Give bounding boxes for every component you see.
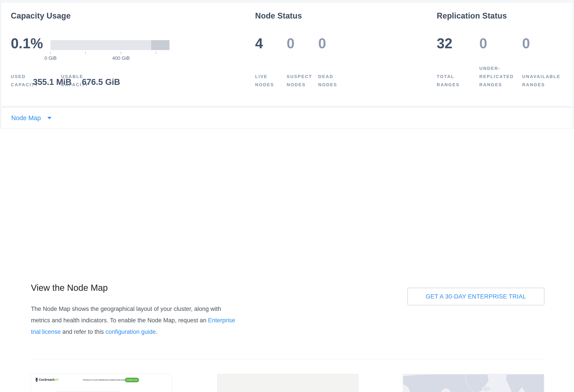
cluster-summary-panel: Capacity Usage 0.1% 0 GiB 400 GiB USED C… — [1, 2, 573, 106]
dead-nodes-label: DEAD NODES — [318, 73, 337, 89]
node-status-title: Node Status — [255, 11, 302, 20]
cluster-overview-page: Capacity Usage 0.1% 0 GiB 400 GiB USED C… — [0, 0, 574, 392]
usable-capacity-value: 676.5 GiB — [82, 77, 120, 87]
world-map — [403, 374, 544, 392]
live-nodes-count: 4 — [255, 36, 263, 51]
unavailable-ranges-count: 0 — [522, 36, 530, 51]
minisite-nav-resources: RESOURCES — [112, 379, 124, 381]
minisite-nav: PRODUCT CUSTOMERS DOCS RESOURCES BLOG — [83, 379, 124, 381]
replication-status-title: Replication Status — [437, 11, 507, 20]
under-replicated-ranges-count: 0 — [479, 36, 487, 51]
configuration-guide-link[interactable]: configuration guide — [105, 329, 156, 335]
page-title: View the Node Map — [31, 283, 108, 293]
enterprise-trial-license-link[interactable]: Enterprise — [208, 317, 235, 324]
capacity-usage-title: Capacity Usage — [11, 11, 71, 20]
enterprise-trial-license-link[interactable]: trial license — [31, 329, 61, 335]
axis-tick — [85, 52, 86, 54]
enterprise-trial-button[interactable]: GET A 30-DAY ENTERPRISE TRIAL — [407, 288, 544, 305]
axis-tick — [156, 52, 156, 54]
total-ranges-label: TOTAL RANGES — [437, 73, 460, 89]
unavailable-ranges-label: UNAVAILABLE RANGES — [522, 73, 560, 89]
suspect-nodes-count: 0 — [287, 36, 295, 51]
minisite-nav-docs: DOCS — [106, 379, 111, 381]
live-nodes-label: LIVE NODES — [255, 73, 274, 89]
sql-commands-panel: > SET CLUSTER SETTING CLUSTER.ORGANIZATI… — [217, 374, 358, 392]
capacity-bar-dark-segment — [151, 40, 169, 50]
chevron-down-icon — [47, 117, 51, 119]
axis-tick — [50, 52, 51, 54]
trial-registration-screenshot: Cockroach LABS PRODUCT CUSTOMERS DOCS RE… — [31, 374, 172, 392]
suspect-nodes-label: SUSPECT NODES — [287, 73, 312, 89]
node-map-preview: 1 geo=sfo 2 Nodes 9% CAPACITY 3.2 GiB 35… — [403, 374, 544, 392]
minisite-header: Cockroach LABS PRODUCT CUSTOMERS DOCS RE… — [31, 374, 172, 387]
minisite-nav-customers: CUSTOMERS — [93, 379, 106, 381]
axis-tick — [121, 52, 121, 54]
view-mode-selected-label[interactable]: Node Map — [11, 114, 41, 122]
capacity-usage-bar — [51, 40, 169, 50]
capacity-used-percent: 0.1% — [11, 36, 43, 51]
step-2-card: > SET CLUSTER SETTING CLUSTER.ORGANIZATI… — [217, 374, 359, 392]
minisite-brand-suffix: LABS — [52, 378, 59, 381]
axis-tick-label: 400 GiB — [108, 55, 134, 61]
under-replicated-ranges-label: UNDER- REPLICATED RANGES — [479, 64, 514, 89]
section-divider — [31, 359, 544, 359]
total-ranges-count: 32 — [437, 36, 452, 51]
step-3-card: 1 geo=sfo 2 Nodes 9% CAPACITY 3.2 GiB 35… — [403, 374, 544, 392]
view-mode-selector[interactable]: Node Map — [1, 107, 573, 129]
node-map-promo-section: View the Node Map The Node Map shows the… — [0, 129, 574, 392]
minisite-download-button: DOWNLOAD — [125, 378, 139, 382]
axis-tick-label: 0 GiB — [37, 55, 64, 61]
step-1-card: Cockroach LABS PRODUCT CUSTOMERS DOCS RE… — [31, 374, 172, 392]
dead-nodes-count: 0 — [318, 36, 326, 51]
node-map-description: The Node Map shows the geographical layo… — [31, 303, 235, 337]
minisite-nav-product: PRODUCT — [83, 379, 93, 381]
cockroach-icon — [35, 377, 38, 383]
